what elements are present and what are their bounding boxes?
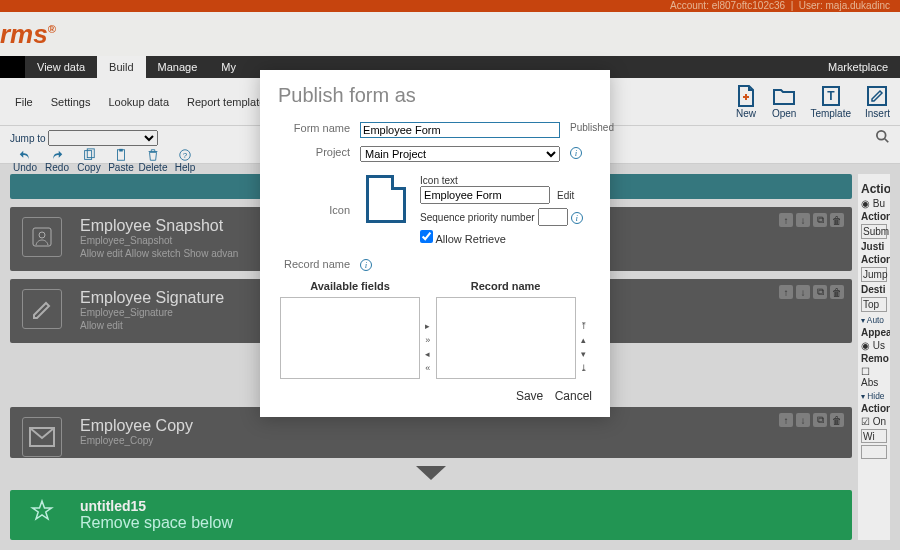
seq-label: Sequence priority number xyxy=(420,212,535,223)
move-right-icon[interactable]: ▸ xyxy=(425,321,430,331)
move-all-right-icon[interactable]: » xyxy=(425,335,430,345)
allow-retrieve-label: Allow Retrieve xyxy=(436,233,506,245)
edit-icon-link[interactable]: Edit xyxy=(557,190,574,201)
cancel-button[interactable]: Cancel xyxy=(555,389,592,403)
available-fields-header: Available fields xyxy=(280,280,420,295)
project-label: Project xyxy=(280,143,354,165)
move-left-icon[interactable]: ◂ xyxy=(425,349,430,359)
record-name-list[interactable] xyxy=(436,297,576,379)
save-button[interactable]: Save xyxy=(516,389,543,403)
project-select[interactable]: Main Project xyxy=(360,146,560,162)
icon-label: Icon xyxy=(280,167,354,253)
document-icon xyxy=(366,175,406,223)
move-all-left-icon[interactable]: « xyxy=(425,363,430,373)
info-icon[interactable]: i xyxy=(571,212,583,224)
record-name-header: Record name xyxy=(436,280,576,295)
move-bottom-icon[interactable]: ⤓ xyxy=(580,363,588,373)
form-name-input[interactable] xyxy=(360,122,560,138)
info-icon[interactable]: i xyxy=(360,259,372,271)
record-name-label: Record name xyxy=(280,255,354,274)
move-up-icon[interactable]: ▴ xyxy=(581,335,586,345)
form-name-label: Form name xyxy=(280,119,354,141)
move-down-icon[interactable]: ▾ xyxy=(581,349,586,359)
publish-form-modal: Publish form as Form name Published Proj… xyxy=(260,70,610,417)
icon-text-input[interactable] xyxy=(420,186,550,204)
seq-input[interactable] xyxy=(538,208,568,226)
available-fields-list[interactable] xyxy=(280,297,420,379)
allow-retrieve-checkbox[interactable] xyxy=(420,230,433,243)
move-top-icon[interactable]: ⤒ xyxy=(580,321,588,331)
published-status: Published xyxy=(566,119,618,141)
info-icon[interactable]: i xyxy=(570,147,582,159)
modal-title: Publish form as xyxy=(278,84,592,107)
icon-text-label: Icon text xyxy=(420,175,583,186)
